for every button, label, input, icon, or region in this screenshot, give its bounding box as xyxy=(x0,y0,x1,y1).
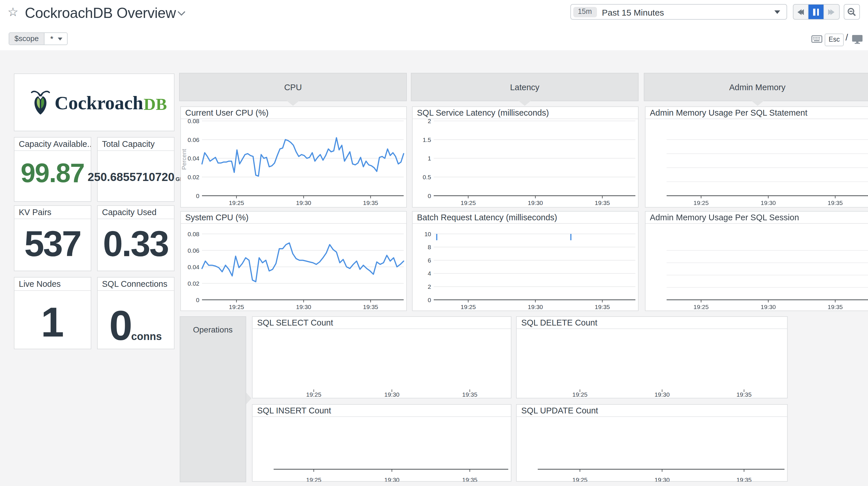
time-range-badge: 15m xyxy=(573,7,597,17)
page-title: CockroachDB Overview xyxy=(25,5,176,21)
stat-capacity-available: Capacity Available... 99.87 xyxy=(13,137,91,201)
stat-title: Capacity Available... xyxy=(14,137,91,151)
svg-text:Percent: Percent xyxy=(181,149,187,170)
svg-text:19:35: 19:35 xyxy=(827,199,843,206)
chart-sql-delete-count[interactable]: SQL DELETE Count 19:2519:3019:35 xyxy=(516,316,788,398)
stat-title: Live Nodes xyxy=(14,278,91,291)
dashboard-page: ☆ CockroachDB Overview 15m Past 15 Minut… xyxy=(0,0,868,486)
chart-title: Batch Request Latency (milliseconds) xyxy=(412,211,638,224)
stat-sql-connections: SQL Connections 0 conns xyxy=(97,277,174,349)
svg-text:19:30: 19:30 xyxy=(528,199,543,206)
playback-controls xyxy=(793,4,839,20)
esc-key-button[interactable]: Esc xyxy=(825,33,844,46)
group-title: Admin Memory xyxy=(729,82,786,92)
stat-title: SQL Connections xyxy=(97,278,174,291)
chart-title: SQL UPDATE Count xyxy=(517,404,787,417)
svg-text:0.04: 0.04 xyxy=(187,264,199,270)
logo-wordmark-suffix: DB xyxy=(144,94,167,114)
chart-title: SQL Service Latency (milliseconds) xyxy=(412,107,638,119)
chart-current-user-cpu[interactable]: Current User CPU (%) 0.080.060.040.02019… xyxy=(180,106,407,207)
time-range-selector[interactable]: 15m Past 15 Minutes xyxy=(570,4,787,20)
rewind-button[interactable] xyxy=(793,5,808,19)
chart-admin-memory-statement[interactable]: Admin Memory Usage Per SQL Statement 19:… xyxy=(645,106,868,207)
svg-text:0.02: 0.02 xyxy=(187,280,199,287)
cockroachdb-logo-icon xyxy=(30,89,51,115)
chart-sql-select-count[interactable]: SQL SELECT Count 19:2519:3019:35 xyxy=(252,316,512,398)
chart-admin-memory-session[interactable]: Admin Memory Usage Per SQL Session 19:25… xyxy=(645,211,868,311)
svg-text:10: 10 xyxy=(424,231,431,237)
svg-text:0: 0 xyxy=(427,193,431,199)
svg-text:0.08: 0.08 xyxy=(187,231,199,237)
svg-text:0.04: 0.04 xyxy=(187,155,199,162)
time-range-label: Past 15 Minutes xyxy=(602,7,664,17)
svg-text:0: 0 xyxy=(427,297,431,303)
svg-text:2: 2 xyxy=(427,283,431,290)
chart-sql-update-count[interactable]: SQL UPDATE Count 19:2519:3019:35 xyxy=(516,404,788,481)
svg-text:19:35: 19:35 xyxy=(462,476,477,481)
logo-widget: Cockroach DB xyxy=(13,73,174,131)
stat-title: Capacity Used xyxy=(97,205,174,219)
group-title: CPU xyxy=(284,82,302,92)
svg-text:19:25: 19:25 xyxy=(228,199,244,206)
svg-text:1.5: 1.5 xyxy=(423,137,431,143)
pause-button[interactable] xyxy=(808,5,823,19)
group-title: Operations xyxy=(180,325,246,334)
stat-capacity-used: Capacity Used 0.33 xyxy=(97,205,174,271)
svg-text:6: 6 xyxy=(427,257,431,264)
group-header-admin-memory[interactable]: Admin Memory xyxy=(644,73,868,101)
chart-sql-service-latency[interactable]: SQL Service Latency (milliseconds) 21.51… xyxy=(412,106,638,207)
svg-text:0: 0 xyxy=(196,193,199,199)
stat-total-capacity: Total Capacity 250.6855710720 GB xyxy=(97,137,174,201)
stat-title: KV Pairs xyxy=(14,205,91,219)
slash-separator: / xyxy=(845,32,848,43)
svg-text:19:25: 19:25 xyxy=(572,476,588,481)
favorite-star-icon[interactable]: ☆ xyxy=(7,6,19,18)
keyboard-icon[interactable] xyxy=(811,35,823,43)
chart-title: SQL SELECT Count xyxy=(252,317,511,329)
group-title: Latency xyxy=(510,82,539,92)
chart-system-cpu[interactable]: System CPU (%) 0.080.060.040.02019:2519:… xyxy=(180,211,407,311)
chart-title: Current User CPU (%) xyxy=(181,107,406,119)
svg-text:19:30: 19:30 xyxy=(296,199,311,206)
group-header-operations[interactable]: Operations xyxy=(180,316,246,482)
chart-title: System CPU (%) xyxy=(181,211,406,224)
stat-value: 1 xyxy=(14,298,91,346)
fast-forward-button[interactable] xyxy=(824,5,839,19)
svg-text:0.08: 0.08 xyxy=(187,119,199,124)
scope-template-variable[interactable]: $scope * xyxy=(9,32,68,45)
svg-text:19:30: 19:30 xyxy=(384,476,400,481)
tv-mode-icon[interactable] xyxy=(852,35,863,44)
group-header-latency[interactable]: Latency xyxy=(411,73,639,101)
scope-variable-value: * xyxy=(50,33,54,44)
svg-text:4: 4 xyxy=(427,270,431,277)
group-header-cpu[interactable]: CPU xyxy=(179,73,407,101)
svg-text:19:30: 19:30 xyxy=(296,304,311,310)
svg-text:19:35: 19:35 xyxy=(363,199,378,206)
svg-text:19:30: 19:30 xyxy=(761,304,776,310)
svg-text:19:35: 19:35 xyxy=(827,304,843,310)
stat-unit: conns xyxy=(131,331,162,343)
stat-live-nodes: Live Nodes 1 xyxy=(13,277,91,349)
stat-kv-pairs: KV Pairs 537 xyxy=(13,205,91,271)
chart-batch-request-latency[interactable]: Batch Request Latency (milliseconds) 108… xyxy=(412,211,638,311)
svg-text:19:25: 19:25 xyxy=(693,199,709,206)
svg-text:19:25: 19:25 xyxy=(460,304,475,310)
zoom-out-button[interactable] xyxy=(844,4,860,20)
header-bar: ☆ CockroachDB Overview 15m Past 15 Minut… xyxy=(0,0,868,50)
svg-text:19:25: 19:25 xyxy=(306,476,321,481)
svg-text:8: 8 xyxy=(427,244,431,250)
svg-text:19:35: 19:35 xyxy=(737,476,752,481)
svg-text:19:35: 19:35 xyxy=(594,304,610,310)
chevron-down-icon[interactable] xyxy=(177,10,186,16)
svg-text:19:25: 19:25 xyxy=(228,304,244,310)
svg-text:19:30: 19:30 xyxy=(761,199,776,206)
svg-text:19:30: 19:30 xyxy=(654,476,670,481)
svg-text:19:35: 19:35 xyxy=(363,304,378,310)
stat-title: Total Capacity xyxy=(97,137,174,151)
svg-text:0.06: 0.06 xyxy=(187,137,199,143)
stat-value: 250.6855710720 xyxy=(88,170,174,183)
stat-value: 0 xyxy=(109,302,131,349)
svg-text:19:25: 19:25 xyxy=(693,304,709,310)
chart-sql-insert-count[interactable]: SQL INSERT Count 19:2519:3019:35 xyxy=(252,404,512,481)
svg-text:0: 0 xyxy=(196,297,199,303)
